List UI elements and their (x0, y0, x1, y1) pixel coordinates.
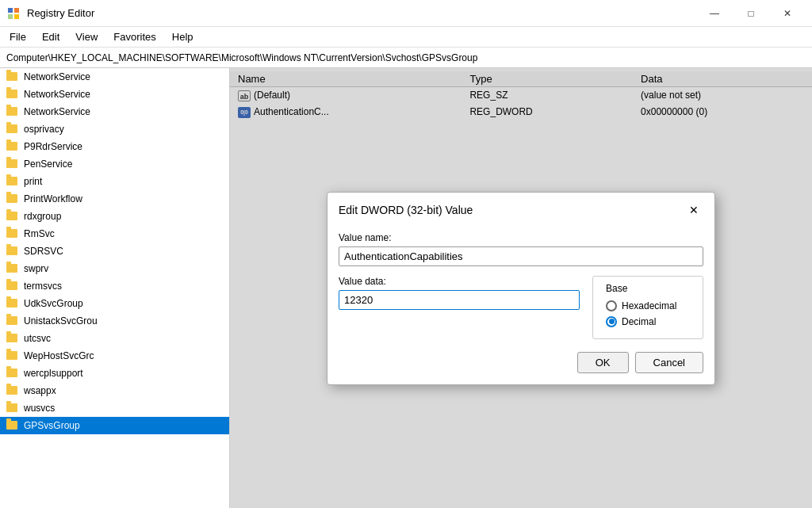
tree-item-label: wsappx (24, 385, 56, 396)
folder-icon (6, 88, 21, 101)
tree-item-label: PenService (24, 159, 72, 170)
tree-item[interactable]: NetworkService (0, 86, 229, 103)
tree-item-label: RmSvc (24, 228, 55, 239)
menu-item-edit[interactable]: Edit (36, 29, 66, 44)
minimize-button[interactable]: — (696, 0, 733, 27)
cancel-button[interactable]: Cancel (635, 352, 703, 373)
hexadecimal-radio[interactable]: Hexadecimal (606, 300, 690, 311)
folder-icon (6, 210, 21, 223)
svg-rect-3 (14, 14, 19, 19)
tree-item[interactable]: NetworkService (0, 68, 229, 86)
tree-item-label: swprv (24, 263, 48, 274)
folder-icon (6, 245, 21, 258)
tree-item[interactable]: RmSvc (0, 225, 229, 243)
value-data-input[interactable] (339, 290, 580, 310)
tree-item-label: osprivacy (24, 124, 64, 135)
window-controls: — □ ✕ (696, 0, 806, 27)
tree-item[interactable]: utcsvc (0, 330, 229, 347)
tree-item[interactable]: print (0, 173, 229, 190)
tree-item-label: SDRSVC (24, 246, 63, 257)
value-data-label: Value data: (339, 276, 580, 287)
folder-icon (6, 193, 21, 205)
tree-item-label: PrintWorkflow (24, 193, 82, 204)
dialog-close-button[interactable]: ✕ (684, 201, 703, 220)
value-data-section: Value data: (339, 276, 580, 310)
folder-icon (6, 123, 21, 136)
folder-icon (6, 384, 21, 397)
svg-rect-0 (8, 8, 13, 13)
folder-icon (6, 367, 21, 380)
decimal-radio-circle (606, 316, 617, 327)
tree-item-label: UdkSvcGroup (24, 298, 83, 309)
app-icon (6, 6, 21, 21)
hexadecimal-label: Hexadecimal (622, 300, 676, 311)
tree-item[interactable]: SDRSVC (0, 243, 229, 260)
title-bar: Registry Editor — □ ✕ (0, 0, 812, 27)
tree-item-label: NetworkService (24, 106, 90, 117)
decimal-label: Decimal (622, 316, 656, 327)
values-panel: Name Type Data ab(Default) REG_SZ (value… (230, 68, 812, 508)
folder-icon (6, 71, 21, 83)
window-title: Registry Editor (27, 7, 94, 19)
tree-item[interactable]: swprv (0, 260, 229, 277)
tree-item[interactable]: GPSvsGroup (0, 417, 229, 434)
folder-icon (6, 349, 21, 362)
svg-rect-2 (8, 14, 13, 19)
tree-panel[interactable]: NetworkService NetworkService NetworkSer… (0, 68, 230, 508)
dialog-data-row: Value data: Base Hexadecimal Decim (339, 276, 703, 339)
tree-item[interactable]: UnistackSvcGrou (0, 312, 229, 330)
tree-item-label: P9RdrService (24, 141, 82, 152)
menu-item-file[interactable]: File (3, 29, 33, 44)
tree-item-label: wercplsupport (24, 368, 83, 379)
dialog-title: Edit DWORD (32-bit) Value (339, 204, 473, 216)
tree-item-label: print (24, 176, 42, 187)
menu-item-help[interactable]: Help (166, 29, 200, 44)
tree-item[interactable]: termsvcs (0, 277, 229, 295)
menu-item-favorites[interactable]: Favorites (107, 29, 162, 44)
tree-item[interactable]: PrintWorkflow (0, 190, 229, 208)
decimal-radio[interactable]: Decimal (606, 316, 690, 327)
dialog-overlay: Edit DWORD (32-bit) Value ✕ Value name: … (230, 68, 812, 508)
tree-item-label: utcsvc (24, 333, 51, 344)
close-button[interactable]: ✕ (769, 0, 806, 27)
maximize-button[interactable]: □ (733, 0, 769, 27)
hexadecimal-radio-circle (606, 300, 617, 311)
base-section: Base Hexadecimal Decimal (592, 276, 703, 339)
svg-rect-1 (14, 8, 19, 13)
menu-item-view[interactable]: View (69, 29, 104, 44)
tree-item-label: GPSvsGroup (24, 420, 80, 431)
tree-item-label: termsvcs (24, 281, 62, 292)
tree-item[interactable]: PenService (0, 155, 229, 173)
tree-item[interactable]: wsappx (0, 382, 229, 399)
dialog-title-bar: Edit DWORD (32-bit) Value ✕ (327, 193, 714, 226)
tree-item[interactable]: P9RdrService (0, 138, 229, 155)
folder-icon (6, 280, 21, 292)
folder-icon (6, 175, 21, 188)
tree-item[interactable]: WepHostSvcGrc (0, 347, 229, 365)
folder-icon (6, 262, 21, 275)
address-bar: Computer\HKEY_LOCAL_MACHINE\SOFTWARE\Mic… (0, 48, 812, 68)
tree-item[interactable]: rdxgroup (0, 208, 229, 225)
tree-item[interactable]: wercplsupport (0, 365, 229, 382)
value-name-input[interactable] (339, 246, 703, 266)
tree-item[interactable]: wusvcs (0, 399, 229, 417)
dialog-buttons: OK Cancel (339, 352, 703, 373)
menu-bar: FileEditViewFavoritesHelp (0, 27, 812, 48)
folder-icon (6, 315, 21, 327)
value-name-label: Value name: (339, 232, 703, 243)
edit-dword-dialog: Edit DWORD (32-bit) Value ✕ Value name: … (327, 192, 715, 385)
folder-icon (6, 402, 21, 414)
address-path: Computer\HKEY_LOCAL_MACHINE\SOFTWARE\Mic… (6, 52, 477, 63)
folder-icon (6, 419, 21, 432)
ok-button[interactable]: OK (577, 352, 629, 373)
tree-item[interactable]: UdkSvcGroup (0, 295, 229, 312)
main-content: NetworkService NetworkService NetworkSer… (0, 68, 812, 508)
tree-item-label: NetworkService (24, 71, 90, 82)
title-bar-left: Registry Editor (6, 6, 94, 21)
base-title: Base (606, 283, 690, 294)
folder-icon (6, 140, 21, 153)
tree-item[interactable]: osprivacy (0, 120, 229, 138)
tree-item[interactable]: NetworkService (0, 103, 229, 120)
tree-item-label: UnistackSvcGrou (24, 315, 98, 327)
tree-item-label: WepHostSvcGrc (24, 350, 94, 361)
